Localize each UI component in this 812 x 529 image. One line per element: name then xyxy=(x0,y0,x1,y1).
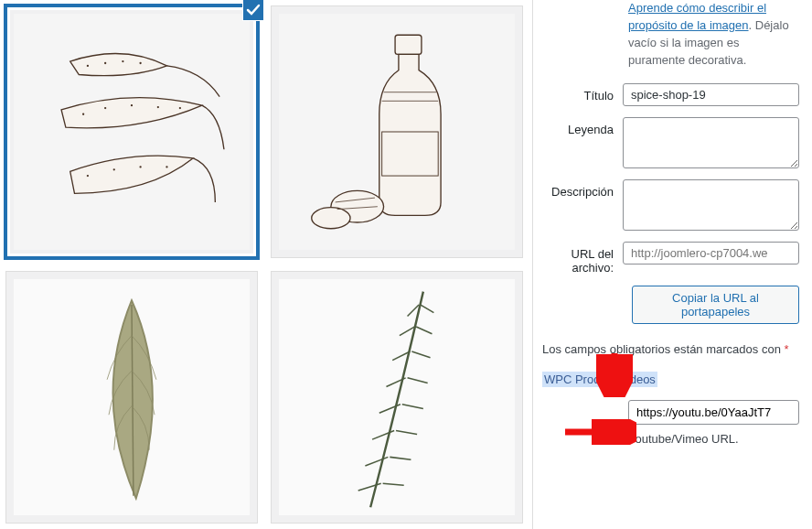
caption-input[interactable] xyxy=(623,117,799,168)
annotation-arrow-right-icon xyxy=(563,419,636,445)
svg-point-10 xyxy=(113,168,115,170)
caption-label: Leyenda xyxy=(542,117,623,136)
required-fields-note: Los campos obligatorios están marcados c… xyxy=(542,340,799,359)
media-thumb-3[interactable] xyxy=(5,271,258,524)
alt-text-help: Aprende cómo describir el propósito de l… xyxy=(628,0,799,69)
svg-point-11 xyxy=(139,166,141,167)
wpc-video-url-input[interactable] xyxy=(628,400,799,425)
svg-line-22 xyxy=(421,305,433,313)
svg-point-0 xyxy=(87,65,89,67)
svg-line-30 xyxy=(402,405,423,409)
svg-line-24 xyxy=(416,327,432,334)
selected-check-icon xyxy=(242,0,264,21)
attachment-details-sidebar: Aprende cómo describir el propósito de l… xyxy=(532,0,812,529)
svg-line-31 xyxy=(372,431,394,440)
svg-rect-14 xyxy=(382,132,439,176)
svg-point-2 xyxy=(122,60,123,62)
svg-line-34 xyxy=(390,457,411,459)
svg-point-9 xyxy=(87,175,89,177)
svg-line-35 xyxy=(358,483,381,491)
svg-point-16 xyxy=(312,208,350,229)
media-thumb-1[interactable] xyxy=(5,5,258,258)
file-url-input[interactable] xyxy=(623,242,799,264)
annotation-arrow-down-icon xyxy=(596,351,633,397)
copy-url-button[interactable]: Copiar la URL al portapapeles xyxy=(632,286,799,324)
svg-line-33 xyxy=(365,457,388,466)
media-library-grid xyxy=(0,0,532,529)
svg-line-29 xyxy=(379,405,401,414)
svg-point-1 xyxy=(104,62,106,64)
svg-point-7 xyxy=(157,106,159,108)
alt-text-help-link[interactable]: Aprende cómo describir el propósito de l… xyxy=(628,1,766,32)
file-url-label: URL del archivo: xyxy=(542,242,623,275)
media-thumb-2[interactable] xyxy=(271,5,523,258)
svg-point-8 xyxy=(179,107,181,109)
svg-rect-13 xyxy=(395,35,422,54)
svg-point-12 xyxy=(166,166,167,167)
svg-line-28 xyxy=(408,378,428,383)
wpc-video-url-help: Youtube/Vimeo URL. xyxy=(628,432,799,446)
svg-point-5 xyxy=(104,107,106,109)
media-thumb-4[interactable] xyxy=(271,271,523,524)
title-label: Título xyxy=(542,83,623,103)
svg-point-6 xyxy=(131,104,133,106)
svg-line-26 xyxy=(411,351,430,358)
svg-line-32 xyxy=(396,431,417,435)
title-input[interactable] xyxy=(623,83,799,106)
svg-point-4 xyxy=(82,113,84,115)
description-label: Descripción xyxy=(542,179,623,199)
description-input[interactable] xyxy=(623,179,799,231)
svg-point-3 xyxy=(139,62,141,64)
svg-line-36 xyxy=(383,483,404,485)
